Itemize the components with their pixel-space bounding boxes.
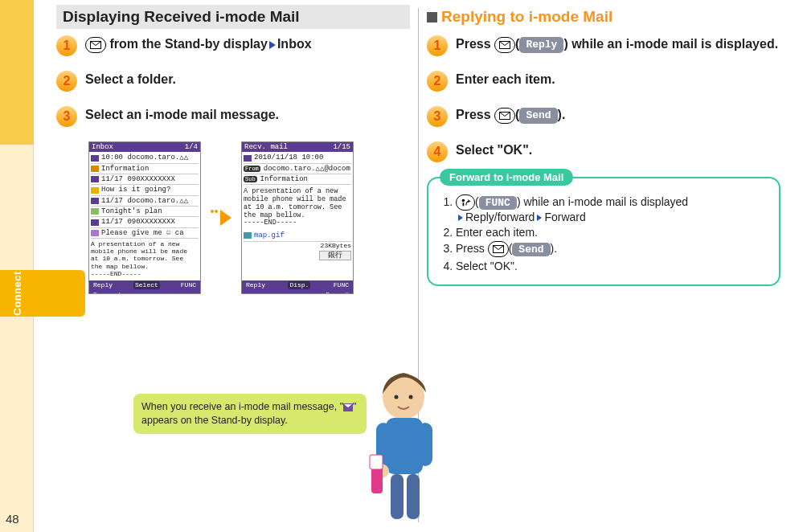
mail-icon — [85, 37, 106, 53]
mail-icon — [494, 108, 515, 124]
size-text: 23KBytes — [244, 242, 351, 249]
sub-text: Information — [260, 175, 308, 183]
image-icon — [244, 232, 252, 239]
fwd3-text-a: Press — [456, 242, 488, 255]
step-text: Select an i-mode mail message. — [85, 106, 279, 124]
fwd1-text-a: while an i-mode mail is displayed — [521, 195, 689, 208]
attach-text: map.gif — [254, 231, 285, 239]
step-badge: 2 — [56, 71, 77, 92]
list-item: Information — [91, 164, 199, 174]
mail-icon — [91, 198, 99, 204]
bank-label: 銀行 — [328, 252, 342, 260]
row-text: 10:00 docomo.taro.△△ — [101, 153, 188, 162]
row-text: How is it going? — [101, 186, 170, 194]
mail-icon — [494, 37, 515, 53]
step-num-1: 1 — [434, 39, 441, 53]
mail-icon — [91, 219, 99, 226]
sub-label: Sub — [244, 176, 257, 182]
screen-body: 2010/11/18 10:00 Fromdocomo.taro.△△@doco… — [242, 152, 353, 280]
step1-text-a: Press — [456, 37, 494, 51]
phone-screen-inbox: Inbox 1/4 10:00 docomo.taro.△△ Informati… — [88, 141, 201, 294]
row-text: 11/17 090XXXXXXXX — [101, 218, 175, 226]
step-num-2: 2 — [434, 74, 441, 88]
fwd-step-3: Press (Send). — [456, 241, 768, 257]
screen-title: Inbox — [92, 143, 113, 151]
right-step-4: 4 Select "OK". — [427, 141, 780, 162]
softkey-reply: Reply — [244, 281, 267, 289]
step-badge: 4 — [427, 141, 448, 162]
step-text: Select "OK". — [456, 141, 532, 159]
step3-text-b: . — [562, 108, 565, 121]
step1-text-a: from the Stand-by display — [106, 37, 268, 51]
step1-text-b: while an i-mode mail is displayed. — [568, 37, 778, 51]
mail-icon — [343, 403, 353, 411]
transition-arrow — [211, 210, 231, 226]
attach-row: map.gif — [244, 231, 351, 241]
list-item: How is it going? — [91, 185, 199, 195]
step-badge: 1 — [56, 35, 77, 56]
side-panel: Connect 48 — [0, 0, 34, 532]
left-title-text: Displaying Received i-mode Mail — [63, 8, 300, 26]
screen-counter: 1/15 — [333, 143, 350, 151]
map-thumb: 銀行 — [319, 251, 351, 260]
svg-rect-9 — [370, 455, 383, 469]
date-text: 2010/11/18 10:00 — [254, 153, 323, 162]
fwd-step-2: Enter each item. — [456, 226, 768, 239]
reply-softkey: Reply — [519, 37, 563, 53]
svg-rect-11 — [407, 474, 420, 519]
softkey-bar2: Forward — [89, 290, 200, 294]
softkey-bar: Reply Disp. FUNC — [242, 280, 353, 289]
arrow-icon — [269, 41, 276, 49]
step-badge: 3 — [427, 106, 448, 127]
softkey-func: FUNC — [332, 281, 350, 289]
right-step-2: 2 Enter each item. — [427, 71, 780, 92]
svg-rect-4 — [386, 418, 423, 474]
list-item: Please give me ☺ ca — [91, 228, 199, 239]
list-item: 11/17 docomo.taro.△△ — [91, 196, 199, 207]
right-title-text: Replying to i-mode Mail — [441, 8, 612, 26]
right-step-1: 1 Press (Reply) while an i-mode mail is … — [427, 35, 780, 56]
face-icon — [91, 187, 99, 194]
mail-icon — [488, 241, 509, 257]
i-key-icon — [456, 194, 475, 211]
arrow-icon — [537, 215, 542, 221]
mail-icon — [244, 155, 252, 162]
list-item: 11/17 090XXXXXXXX — [91, 217, 199, 227]
softkey-page: Page ▼ — [324, 291, 350, 294]
fwd-step-4: Select "OK". — [456, 260, 768, 272]
step-num-3: 3 — [434, 109, 441, 124]
step-badge: 3 — [56, 106, 77, 127]
fwd1-text-b: Reply/forward — [465, 211, 535, 223]
send-softkey: Send — [512, 243, 550, 256]
row-text: Please give me ☺ ca — [101, 229, 184, 237]
side-accent — [0, 0, 34, 145]
screenshots: Inbox 1/4 10:00 docomo.taro.△△ Informati… — [88, 141, 410, 294]
left-step-1: 1 from the Stand-by displayInbox — [56, 35, 410, 56]
info-icon — [91, 166, 99, 172]
page-number: 48 — [6, 512, 19, 526]
step-text: Enter each item. — [456, 71, 555, 88]
right-step-3: 3 Press (Send). — [427, 106, 780, 127]
list-item: Tonight's plan — [91, 207, 199, 217]
forward-steps: (FUNC) while an i-mode mail is displayed… — [440, 194, 768, 272]
left-step-3: 3 Select an i-mode mail message. — [56, 106, 410, 127]
sub-row: SubInformation — [244, 174, 351, 185]
softkey-forward: Forward — [92, 291, 122, 294]
note-icon — [91, 208, 99, 215]
preview-text: A presentation of a new mobile phone wil… — [91, 239, 199, 279]
step-num-3: 3 — [63, 109, 71, 124]
tip-text-a: When you receive an i-mode mail message,… — [141, 401, 343, 412]
svg-rect-10 — [391, 474, 404, 519]
from-label: From — [244, 166, 260, 172]
forward-box-title: Forward to i-mode Mail — [440, 169, 573, 186]
softkey-disp: Disp. — [288, 281, 310, 289]
mail-icon — [91, 155, 99, 162]
svg-point-14 — [462, 199, 465, 202]
content-area: Displaying Received i-mode Mail 1 from t… — [48, 0, 796, 532]
step-num-1: 1 — [63, 39, 71, 53]
step-text: from the Stand-by displayInbox — [85, 35, 312, 53]
row-text: Information — [101, 165, 149, 173]
screen-body: 10:00 docomo.taro.△△ Information 11/17 0… — [89, 152, 200, 280]
left-step-2: 2 Select a folder. — [56, 71, 410, 92]
step-text: Press (Reply) while an i-mode mail is di… — [456, 35, 778, 53]
